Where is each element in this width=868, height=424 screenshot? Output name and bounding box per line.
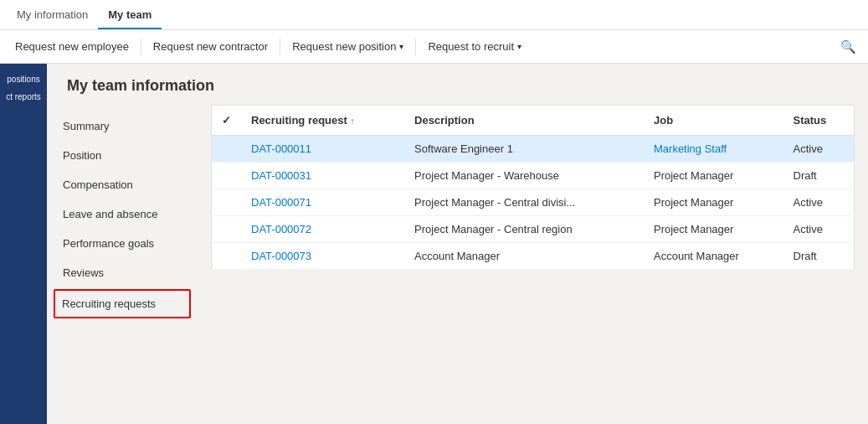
table-row[interactable]: DAT-000071 Project Manager - Central div… [212, 189, 855, 216]
recruiting-request-link[interactable]: DAT-000072 [251, 223, 311, 235]
table-header-row: ✓ Recruiting request ↑ Description Job S… [212, 106, 855, 136]
row-job-5: Account Manager [644, 243, 783, 270]
nav-item-recruiting-requests[interactable]: Recruiting requests [54, 289, 191, 318]
row-description-3: Project Manager - Central divisi... [404, 189, 644, 216]
row-status-1: Active [783, 136, 855, 163]
row-check-4 [212, 216, 242, 243]
row-description-4: Project Manager - Central region [404, 216, 644, 243]
checkmark-icon: ✓ [222, 114, 231, 127]
row-status-2: Draft [783, 163, 855, 189]
table-container: ✓ Recruiting request ↑ Description Job S… [198, 105, 868, 424]
row-check-3 [212, 189, 242, 216]
chevron-down-icon: ▾ [399, 42, 403, 51]
row-job-2: Project Manager [644, 163, 783, 189]
row-id-3[interactable]: DAT-000071 [241, 189, 404, 216]
table-row[interactable]: DAT-000073 Account Manager Account Manag… [212, 243, 855, 270]
chevron-down-icon-2: ▾ [517, 42, 521, 51]
table-row[interactable]: DAT-000011 Software Engineer 1 Marketing… [212, 136, 855, 163]
nav-item-reviews[interactable]: Reviews [47, 258, 198, 287]
column-header-recruiting-request[interactable]: Recruiting request ↑ [241, 106, 404, 136]
search-button[interactable]: 🔍 [835, 34, 861, 59]
action-bar: Request new employee Request new contrac… [0, 30, 868, 64]
row-status-4: Active [783, 216, 855, 243]
top-tabs: My information My team [0, 0, 868, 30]
column-header-description: Description [404, 106, 644, 136]
positions-label: positions [7, 75, 39, 84]
row-description-2: Project Manager - Warehouse [404, 163, 644, 189]
row-id-2[interactable]: DAT-000031 [241, 163, 404, 189]
row-id-5[interactable]: DAT-000073 [241, 243, 404, 270]
recruiting-request-link[interactable]: DAT-000011 [251, 142, 311, 155]
sort-asc-icon: ↑ [350, 116, 354, 126]
row-description-5: Account Manager [404, 243, 644, 270]
nav-menu: Summary Position Compensation Leave and … [47, 105, 198, 424]
direct-reports-label: ct reports [6, 92, 41, 101]
column-header-status: Status [783, 106, 855, 136]
row-id-1[interactable]: DAT-000011 [241, 136, 404, 163]
main-container: positions ct reports My team information… [0, 64, 868, 424]
table-row[interactable]: DAT-000072 Project Manager - Central reg… [212, 216, 855, 243]
nav-item-position[interactable]: Position [47, 141, 198, 170]
row-job-1[interactable]: Marketing Staff [644, 136, 783, 163]
row-job-3: Project Manager [644, 189, 783, 216]
sidebar-item-direct-reports[interactable]: ct reports [2, 88, 45, 106]
recruiting-request-link[interactable]: DAT-000073 [251, 250, 311, 262]
row-job-4: Project Manager [644, 216, 783, 243]
recruiting-request-link[interactable]: DAT-000031 [251, 169, 311, 182]
sidebar-item-positions[interactable]: positions [2, 70, 45, 88]
column-header-check: ✓ [212, 106, 242, 136]
request-to-recruit-label: Request to recruit [428, 40, 514, 53]
request-new-position-button[interactable]: Request new position ▾ [284, 35, 412, 58]
row-check-1 [212, 136, 242, 163]
separator-2 [280, 39, 280, 55]
nav-item-performance-goals[interactable]: Performance goals [47, 229, 198, 258]
request-new-position-label: Request new position [292, 40, 396, 53]
column-header-job: Job [644, 106, 783, 136]
tab-my-team[interactable]: My team [98, 2, 162, 29]
page-title: My team information [47, 64, 868, 105]
nav-item-summary[interactable]: Summary [47, 111, 198, 141]
tab-my-information[interactable]: My information [7, 2, 98, 29]
request-to-recruit-button[interactable]: Request to recruit ▾ [419, 35, 530, 58]
nav-item-compensation[interactable]: Compensation [47, 170, 198, 199]
row-check-5 [212, 243, 242, 270]
job-link[interactable]: Marketing Staff [654, 142, 727, 155]
row-status-3: Active [783, 189, 855, 216]
request-new-contractor-button[interactable]: Request new contractor [145, 35, 276, 58]
row-status-5: Draft [783, 243, 855, 270]
row-description-1: Software Engineer 1 [404, 136, 644, 163]
content-body: Summary Position Compensation Leave and … [47, 105, 868, 424]
left-sidebar: positions ct reports [0, 64, 47, 424]
search-icon: 🔍 [840, 39, 856, 54]
nav-item-leave-and-absence[interactable]: Leave and absence [47, 199, 198, 229]
row-id-4[interactable]: DAT-000072 [241, 216, 404, 243]
recruiting-request-link[interactable]: DAT-000071 [251, 196, 311, 209]
row-check-2 [212, 163, 242, 189]
content-area: My team information Summary Position Com… [47, 64, 868, 424]
recruiting-requests-table: ✓ Recruiting request ↑ Description Job S… [211, 105, 855, 270]
separator-1 [141, 39, 141, 55]
request-new-employee-button[interactable]: Request new employee [7, 35, 137, 58]
table-row[interactable]: DAT-000031 Project Manager - Warehouse P… [212, 163, 855, 189]
separator-3 [415, 39, 416, 55]
